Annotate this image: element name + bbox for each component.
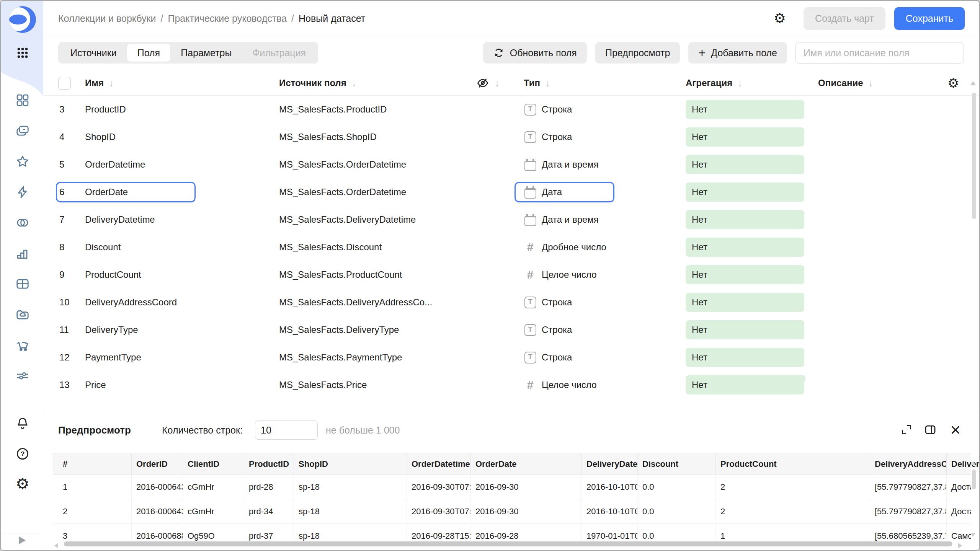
datasets-table-icon[interactable] [15, 276, 30, 292]
field-type-icon [524, 296, 537, 309]
settings-sliders-icon[interactable] [15, 368, 30, 383]
field-name-cell[interactable]: 3 ProductID [56, 99, 196, 120]
preview-column-header: DeliveryDatetime [582, 454, 638, 474]
field-type-label: Строка [542, 104, 572, 115]
save-button[interactable]: Сохранить [894, 7, 965, 30]
refresh-fields-button[interactable]: Обновить поля [483, 42, 587, 64]
fields-scrollbar-up-icon[interactable] [970, 81, 976, 85]
header-name[interactable]: Имя ↓ [85, 70, 114, 96]
select-all-checkbox[interactable] [58, 77, 71, 90]
preview-column-header: OrderDate [471, 454, 582, 474]
tab[interactable]: Фильтрация [242, 44, 316, 62]
preview-row: 32016-000688Og59Oprd-37sp-182016-09-28T1… [53, 524, 971, 541]
sort-down-icon: ↓ [546, 78, 550, 88]
field-type-select[interactable]: Дата [514, 182, 614, 202]
field-type-icon [524, 378, 537, 391]
aggregation-select[interactable]: Нет [686, 265, 804, 284]
preview-cell: 2 [716, 499, 870, 523]
aggregation-select[interactable]: Нет [686, 210, 804, 229]
preview-cell: 2016-10-10T07:22:00 [582, 499, 638, 523]
field-source: MS_SalesFacts.DeliveryDatetime [279, 214, 474, 225]
aggregation-select[interactable]: Нет [686, 183, 804, 202]
header-hidden[interactable]: ↓ [476, 70, 500, 96]
favorites-star-icon[interactable] [15, 154, 30, 169]
help-icon[interactable]: ? [15, 446, 30, 461]
field-search-input[interactable] [795, 42, 964, 64]
apps-grid-icon[interactable] [15, 45, 30, 60]
field-type-select[interactable]: Строка [514, 127, 614, 147]
rows-count-input[interactable] [255, 421, 318, 440]
preview-vscroll-up-icon[interactable] [971, 461, 975, 465]
datalens-logo[interactable] [8, 5, 37, 34]
header-source[interactable]: Источник поля ↓ [279, 70, 356, 96]
sort-down-icon: ↓ [738, 78, 742, 88]
field-name-cell[interactable]: 11 DeliveryType [56, 320, 196, 340]
aggregation-select[interactable]: Нет [686, 348, 804, 367]
preview-vscroll-thumb[interactable] [972, 469, 976, 489]
field-type-select[interactable]: Дата и время [514, 154, 614, 175]
dashboards-grid-icon[interactable] [15, 93, 30, 108]
field-name-cell[interactable]: 10 DeliveryAddressCoord [56, 292, 196, 313]
aggregation-select[interactable]: Нет [686, 238, 804, 257]
tab[interactable]: Параметры [170, 44, 242, 62]
field-type-select[interactable]: Целое число [514, 264, 614, 285]
field-name-cell[interactable]: 13 Price [56, 375, 196, 395]
preview-vscroll-down-icon[interactable] [971, 533, 975, 537]
breadcrumb-collections[interactable]: Коллекции и воркбуки [58, 13, 156, 24]
preview-expand-icon[interactable] [900, 423, 913, 437]
field-type-icon [524, 241, 537, 254]
aggregation-select[interactable]: Нет [686, 127, 804, 147]
toolbar: ИсточникиПоляПараметрыФильтрация Обновит… [43, 42, 979, 64]
aggregation-select[interactable]: Нет [686, 100, 804, 119]
charts-bar-icon[interactable] [15, 246, 30, 261]
field-name-cell[interactable]: 7 DeliveryDatetime [56, 209, 196, 230]
preview-hscroll-right-icon[interactable] [958, 543, 962, 548]
field-name-cell[interactable]: 8 Discount [56, 237, 196, 258]
preview-hscroll-left-icon[interactable] [54, 543, 58, 548]
breadcrumb-workbook[interactable]: Практические руководства [168, 13, 287, 24]
fields-scrollbar-thumb[interactable] [972, 93, 976, 219]
notifications-bell-icon[interactable] [15, 416, 30, 431]
field-name-cell[interactable]: 12 PaymentType [56, 347, 196, 368]
field-type-select[interactable]: Дата и время [514, 209, 614, 230]
field-name-cell[interactable]: 4 ShopID [56, 127, 196, 147]
field-index: 12 [59, 352, 85, 363]
quick-actions-lightning-icon[interactable] [15, 184, 30, 200]
tab[interactable]: Поля [127, 44, 170, 62]
field-name-cell[interactable]: 5 OrderDatetime [56, 154, 196, 175]
header-description[interactable]: Описание ↓ [818, 70, 873, 96]
dataset-settings-gear-icon[interactable]: ⚙ [774, 10, 786, 26]
header-aggregation[interactable]: Агрегация ↓ [686, 70, 742, 96]
preview-close-icon[interactable]: × [949, 423, 962, 437]
field-type-select[interactable]: Строка [514, 292, 614, 313]
create-chart-button[interactable]: Создать чарт [804, 7, 885, 30]
field-type-select[interactable]: Строка [514, 99, 614, 120]
aggregation-select[interactable]: Нет [686, 155, 804, 174]
columns-settings-gear-icon[interactable]: ⚙ [947, 70, 959, 96]
field-type-label: Строка [542, 132, 572, 142]
preview-hscroll-thumb[interactable] [64, 541, 952, 546]
field-type-select[interactable]: Строка [514, 347, 614, 368]
preview-split-view-icon[interactable] [923, 423, 937, 437]
aggregation-select[interactable]: Нет [686, 320, 804, 339]
settings-gear-icon[interactable]: ⚙ [15, 476, 30, 491]
field-type-select[interactable]: Строка [514, 320, 614, 340]
field-row: 10 DeliveryAddressCoord MS_SalesFacts.De… [43, 289, 979, 316]
field-source: MS_SalesFacts.ProductCount [279, 269, 474, 280]
field-type-select[interactable]: Целое число [514, 375, 614, 395]
storage-cloud-folder-icon[interactable] [15, 307, 30, 322]
add-field-button[interactable]: + Добавить поле [688, 42, 787, 64]
header-type[interactable]: Тип ↓ [524, 70, 550, 96]
sidebar-expand-icon[interactable] [19, 536, 26, 544]
preview-toggle-button[interactable]: Предпросмотр [595, 42, 680, 64]
field-aggregation-cell: Нет [686, 210, 818, 229]
aggregation-select[interactable]: Нет [686, 293, 804, 312]
field-name-cell[interactable]: 6 OrderDate [56, 182, 196, 202]
tab[interactable]: Источники [60, 44, 127, 62]
field-name-cell[interactable]: 9 ProductCount [56, 264, 196, 285]
marketplace-cart-icon[interactable] [15, 337, 30, 353]
connections-circles-icon[interactable] [15, 215, 30, 230]
collections-icon[interactable] [15, 123, 30, 139]
preview-column-header: ProductCount [716, 454, 870, 474]
field-type-select[interactable]: Дробное число [514, 237, 614, 258]
